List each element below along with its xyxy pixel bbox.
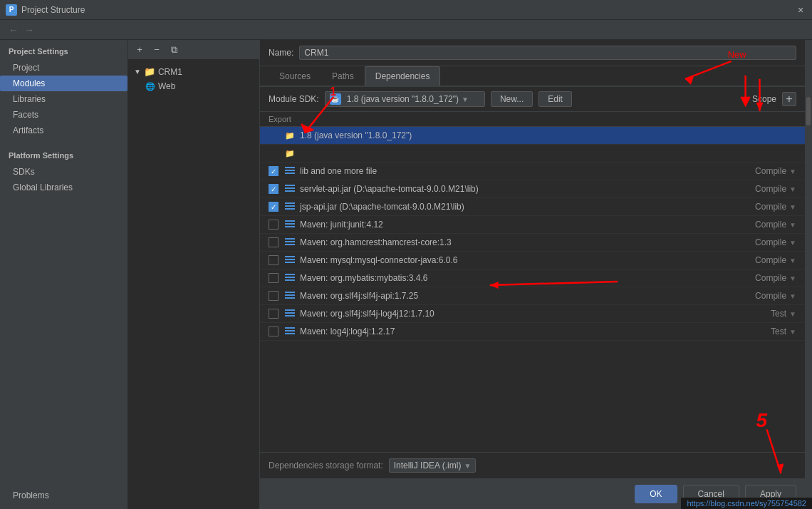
tree-arrow-crm1: ▼ [134, 68, 141, 76]
dep-row-9[interactable]: Maven: org.mybatis:mybatis:3.4.6 Compile… [260, 269, 805, 287]
dep-row-2[interactable]: 📁 [260, 145, 805, 163]
svg-rect-5 [285, 190, 295, 192]
dep-scope-arrow-9[interactable]: ▼ [789, 274, 796, 282]
dep-row-10[interactable]: Maven: org.slf4j:slf4j-api:1.7.25 Compil… [260, 287, 805, 305]
dep-name-5: jsp-api.jar (D:\apache-tomcat-9.0.0.M21\… [300, 202, 744, 212]
dep-row-5[interactable]: ✓ jsp-api.jar (D:\apache-tomcat-9.0.0.M2… [260, 198, 805, 216]
new-sdk-button[interactable]: New... [491, 91, 533, 107]
dep-name-11: Maven: org.slf4j:slf4j-log4j12:1.7.10 [300, 309, 744, 319]
edit-sdk-button[interactable]: Edit [538, 91, 572, 107]
dep-scope-arrow-6[interactable]: ▼ [789, 221, 796, 229]
dep-checkbox-3[interactable]: ✓ [269, 166, 279, 176]
dep-checkbox-6[interactable] [269, 220, 279, 230]
dep-scope-arrow-11[interactable]: ▼ [789, 310, 796, 318]
deps-header: Export [260, 112, 805, 127]
dep-row-11[interactable]: Maven: org.slf4j:slf4j-log4j12:1.7.10 Te… [260, 305, 805, 323]
sidebar-item-project[interactable]: Project [0, 60, 127, 76]
dep-scope-arrow-7[interactable]: ▼ [789, 239, 796, 247]
sidebar-item-facets[interactable]: Facets [0, 107, 127, 123]
svg-rect-13 [285, 241, 295, 242]
dep-scope-arrow-3[interactable]: ▼ [789, 168, 796, 175]
dep-scope-arrow-8[interactable]: ▼ [789, 257, 796, 264]
sidebar-item-global-libraries[interactable]: Global Libraries [0, 180, 127, 195]
svg-rect-6 [285, 202, 295, 204]
tree-item-crm1[interactable]: ▼ 📁 CRM1 [128, 64, 259, 79]
dep-bars-icon-6 [284, 219, 296, 230]
name-row: Name: [260, 40, 805, 66]
close-button[interactable]: × [795, 4, 806, 16]
export-header: Export [269, 115, 318, 123]
dep-row-8[interactable]: Maven: mysql:mysql-connector-java:6.0.6 … [260, 252, 805, 269]
svg-rect-25 [285, 312, 295, 314]
dep-row-1[interactable]: 📁 1.8 (java version "1.8.0_172") [260, 127, 805, 145]
sidebar-item-libraries[interactable]: Libraries [0, 91, 127, 107]
dep-checkbox-10[interactable] [269, 291, 279, 301]
dep-checkbox-8[interactable] [269, 255, 279, 265]
dep-name-4: servlet-api.jar (D:\apache-tomcat-9.0.0.… [300, 184, 744, 194]
ok-button[interactable]: OK [635, 485, 677, 503]
dep-scope-arrow-12[interactable]: ▼ [789, 328, 796, 336]
dep-checkbox-12[interactable] [269, 327, 279, 336]
tree-item-web[interactable]: 🌐 Web [128, 79, 259, 93]
svg-rect-16 [285, 259, 295, 260]
svg-rect-9 [285, 220, 295, 222]
dep-checkbox-9[interactable] [269, 273, 279, 283]
dep-row-6[interactable]: Maven: junit:junit:4.12 Compile ▼ [260, 216, 805, 234]
tab-paths[interactable]: Paths [321, 66, 365, 86]
copy-module-button[interactable]: ⧉ [167, 43, 181, 57]
svg-rect-11 [285, 226, 295, 227]
deps-format-arrow: ▼ [464, 462, 471, 470]
dep-row-3[interactable]: ✓ lib and one more file Compile ▼ [260, 163, 805, 180]
project-settings-title: Project Settings [0, 40, 127, 60]
svg-rect-1 [285, 170, 295, 171]
tab-dependencies[interactable]: Dependencies [365, 66, 441, 86]
svg-rect-28 [285, 330, 295, 331]
nav-bar: ← → [0, 20, 812, 40]
dep-scope-arrow-4[interactable]: ▼ [789, 185, 796, 193]
sidebar-item-artifacts[interactable]: Artifacts [0, 123, 127, 138]
sidebar-item-sdks[interactable]: SDKs [0, 164, 127, 180]
dep-row-4[interactable]: ✓ servlet-api.jar (D:\apache-tomcat-9.0.… [260, 180, 805, 198]
bottom-bar: Dependencies storage format: IntelliJ ID… [260, 452, 805, 478]
dep-checkbox-5[interactable]: ✓ [269, 202, 279, 212]
svg-rect-22 [285, 294, 295, 296]
dep-scope-arrow-5[interactable]: ▼ [789, 203, 796, 211]
dep-name-10: Maven: org.slf4j:slf4j-api:1.7.25 [300, 291, 744, 301]
dep-checkbox-11[interactable] [269, 309, 279, 319]
dep-scope-12: Test [744, 327, 786, 336]
dialog-title: Project Structure [21, 5, 791, 15]
sidebar: Project Settings Project Modules Librari… [0, 40, 128, 509]
url-bar: https://blog.csdn.net/sy755754582 [681, 498, 812, 509]
sidebar-item-problems[interactable]: Problems [0, 488, 127, 503]
svg-rect-29 [285, 333, 295, 334]
scrollbar-thumb[interactable] [806, 97, 811, 125]
svg-rect-12 [285, 238, 295, 240]
dependencies-list: 📁 1.8 (java version "1.8.0_172") 📁 ✓ lib… [260, 127, 805, 452]
dep-bars-icon-10 [284, 290, 296, 302]
sidebar-item-modules[interactable]: Modules [0, 76, 127, 91]
dep-scope-9: Compile [744, 273, 786, 283]
svg-rect-27 [285, 327, 295, 329]
remove-module-button[interactable]: − [150, 43, 164, 57]
dep-name-8: Maven: mysql:mysql-connector-java:6.0.6 [300, 255, 744, 265]
dep-scope-arrow-10[interactable]: ▼ [789, 292, 796, 300]
dep-name-1: 1.8 (java version "1.8.0_172") [300, 130, 796, 140]
deps-format-value: IntelliJ IDEA (.iml) [394, 461, 462, 471]
forward-button[interactable]: → [21, 22, 37, 38]
module-name-input[interactable] [299, 46, 796, 60]
module-tree-toolbar: + − ⧉ [128, 40, 259, 60]
tab-sources[interactable]: Sources [269, 66, 321, 86]
dep-scope-6: Compile [744, 220, 786, 230]
dep-name-7: Maven: org.hamcrest:hamcrest-core:1.3 [300, 237, 744, 247]
back-button[interactable]: ← [6, 22, 21, 38]
add-module-button[interactable]: + [132, 43, 147, 57]
dep-checkbox-4[interactable]: ✓ [269, 184, 279, 194]
dep-row-7[interactable]: Maven: org.hamcrest:hamcrest-core:1.3 Co… [260, 234, 805, 252]
dep-checkbox-7[interactable] [269, 237, 279, 247]
dep-row-12[interactable]: Maven: log4j:log4j:1.2.17 Test ▼ [260, 323, 805, 341]
svg-rect-2 [285, 173, 295, 174]
sdk-select[interactable]: ☕ 1.8 (java version "1.8.0_172") ▼ [325, 91, 485, 107]
dep-bars-icon-8 [284, 254, 296, 266]
add-dependency-button[interactable]: + [782, 92, 796, 106]
deps-format-select[interactable]: IntelliJ IDEA (.iml) ▼ [389, 458, 477, 473]
